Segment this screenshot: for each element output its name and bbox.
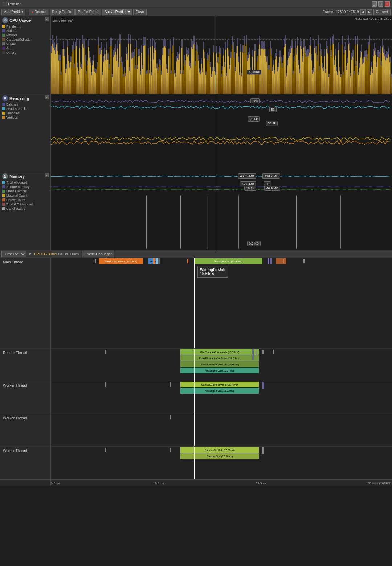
memory-legend-item: Texture Memory	[2, 185, 48, 189]
worker-thread-2-content[interactable]	[51, 414, 392, 446]
profiler-icon: ⬛	[2, 2, 7, 6]
mem-val-0k: 0.8 KB	[247, 241, 261, 246]
block-5	[270, 258, 272, 264]
legend-color	[2, 190, 5, 193]
cpu-panel-icon: ⚙	[2, 17, 8, 23]
minimize-button[interactable]: _	[372, 1, 377, 7]
rendering-legend-item: Batches	[2, 102, 48, 107]
render-right-dot-2	[256, 349, 257, 356]
cpu-chart-area[interactable]: Selected: WaitingForJob 16ms (60FPS) 15.…	[51, 16, 392, 94]
clear-button[interactable]: Clear	[133, 9, 147, 15]
tick-5	[303, 259, 305, 263]
maximize-button[interactable]: □	[378, 1, 383, 7]
legend-color	[2, 25, 5, 28]
memory-legend-item: Mesh Memory	[2, 189, 48, 193]
cpu-legend-item: GarbageCollector	[2, 37, 48, 42]
add-profiler-button[interactable]: Add Profiler	[1, 9, 25, 15]
worker-thread-3-content[interactable]: Canvas.SortJob (17.00ms) Canvas.Sort (17…	[51, 447, 392, 479]
render-right-dot-1	[252, 349, 254, 360]
memory-legend-item: Total Allocated	[2, 180, 48, 185]
main-thread-content[interactable]: WaitForTargetFPS (12.34ms) 36 item Waiti…	[51, 258, 392, 348]
worker-thread-3-row: Worker Thread Canvas.SortJob (17.00ms) C…	[0, 447, 392, 479]
gfx-process-bar[interactable]: Gfx.ProcessCommands (16.78ms)	[180, 349, 259, 355]
frame-prev-button[interactable]: ◀	[360, 9, 366, 15]
worker2-tick-1	[170, 415, 171, 419]
rendering-legend-item: Triangles	[2, 111, 48, 115]
memory-chart-area[interactable]: 466.2 MB 113.7 MB 17.3 MB 18.7k 99 46.9 …	[51, 172, 392, 250]
cpu-selected-line	[215, 16, 215, 94]
frame-next-button[interactable]: ▶	[367, 9, 372, 15]
main-thread-label: Main Thread	[0, 258, 51, 348]
put-all-geo-bar[interactable]: PutAllGeometryJobFence (16.71ms)	[180, 355, 259, 361]
cpu-canvas[interactable]	[51, 16, 392, 94]
legend-color	[2, 194, 5, 197]
record-button[interactable]: ● Record	[29, 9, 49, 15]
legend-color	[2, 112, 5, 115]
timeline-selected-line-worker1	[194, 381, 195, 414]
wait-for-target-fps-bar[interactable]: WaitForTargetFPS (12.34ms)	[99, 258, 143, 264]
profile-editor-button[interactable]: Profile Editor	[75, 9, 101, 15]
close-button[interactable]: ×	[385, 1, 390, 7]
cpu-panel-close[interactable]: ×	[45, 17, 49, 21]
separator-1	[27, 9, 27, 15]
worker3-tick-2	[170, 448, 171, 452]
rendering-panel-header: 🖥 Rendering × BatchesSetPass CallsTriang…	[0, 94, 51, 172]
ruler-content: 0.0ms 16.7ms 33.3ms 38.6ms (26FPS)	[51, 480, 392, 486]
waiting-job-render-bar[interactable]: WaitingForJob (16.57ms)	[180, 368, 259, 373]
tick-3	[187, 259, 188, 263]
rendering-legend-item: SetPass Calls	[2, 107, 48, 111]
memory-panel-icon: 💾	[2, 173, 8, 179]
rendering-panel-close[interactable]: ×	[45, 95, 49, 99]
rendering-chart-area[interactable]: 120 53 23.8k 33.2k	[51, 94, 392, 172]
canvas-sort-job-bar[interactable]: Canvas.SortJob (17.00ms)	[180, 447, 259, 453]
waiting-for-job-bar[interactable]: WaitingForJob (15.84ms)	[194, 258, 262, 264]
memory-legend-item: Total GC Allocated	[2, 202, 48, 206]
legend-color	[2, 198, 5, 201]
timeline-dropdown-icon: ▾	[29, 252, 31, 257]
block-6	[276, 258, 286, 264]
cpu-legend-item: Gi	[2, 46, 48, 50]
waiting-job-worker1-bar[interactable]: WaitingForJob (16.72ms)	[180, 388, 259, 394]
memory-legend: Total AllocatedTexture MemoryMesh Memory…	[2, 180, 48, 211]
ruler-spacer	[0, 480, 51, 486]
render-panel-icon: 🖥	[2, 95, 8, 101]
render-thread-content[interactable]: Gfx.ProcessCommands (16.78ms) PutAllGeom…	[51, 349, 392, 381]
cpu-legend: RenderingScriptsPhysicsGarbageCollectorV…	[2, 24, 48, 55]
gpu-stat: GPU:0.00ms	[58, 252, 79, 256]
main-thread-row: Main Thread WaitForTargetFPS (12.34ms) 3…	[0, 258, 392, 349]
render-val-33k: 33.2k	[266, 121, 278, 126]
cpu-framerate-label: 16ms (60FPS)	[52, 19, 73, 22]
render-tick-2	[262, 350, 264, 354]
rendering-legend: BatchesSetPass CallsTrianglesVertices	[2, 102, 48, 120]
current-button[interactable]: Current	[373, 9, 391, 15]
legend-color	[2, 38, 5, 41]
frame-debugger-button[interactable]: Frame Debugger	[82, 251, 115, 257]
mem-val-113: 113.7 MB	[262, 173, 280, 179]
render-canvas[interactable]	[51, 94, 392, 172]
render-val-23k: 23.8k	[248, 116, 260, 122]
timeline-header: Timeline ▾ CPU:35.30ms GPU:0.00ms Frame …	[0, 250, 392, 258]
frame-info: Frame: 47399 / 47519 ◀ ▶ Current	[323, 9, 391, 15]
timeline-selected-line-worker3	[194, 447, 195, 479]
canvas-sort-bar[interactable]: Canvas.Sort (17.00ms)	[180, 453, 259, 459]
memory-panel-close[interactable]: ×	[45, 173, 49, 177]
dropdown-icon: ▾	[128, 10, 130, 14]
frame-label: Frame:	[323, 10, 334, 14]
worker-thread-1-content[interactable]: Canvas.GeometryJob (16.74ms) WaitingForJ…	[51, 381, 392, 414]
legend-color	[2, 47, 5, 50]
timeline-select[interactable]: Timeline	[1, 251, 26, 257]
worker3-tick-1	[105, 448, 106, 452]
toolbar: Add Profiler ● Record Deep Profile Profi…	[0, 8, 392, 16]
legend-color	[2, 203, 5, 206]
title-bar: ⬛ Profiler _ □ ×	[0, 0, 392, 8]
timeline-selected-line-main	[194, 258, 195, 348]
active-profiler-button[interactable]: Active Profiler ▾	[102, 9, 132, 15]
window-title: Profiler	[8, 2, 372, 6]
memory-canvas[interactable]	[51, 172, 392, 250]
deep-profile-button[interactable]: Deep Profile	[50, 9, 75, 15]
mem-val-46: 46.9 MB	[264, 186, 280, 191]
block-1	[153, 258, 155, 264]
record-icon: ●	[31, 10, 33, 14]
canvas-geo-job-bar[interactable]: Canvas.GeometryJob (16.74ms)	[180, 382, 259, 387]
put-geo-bar[interactable]: PutGeometryJobFence (16.38ms)	[180, 361, 259, 367]
